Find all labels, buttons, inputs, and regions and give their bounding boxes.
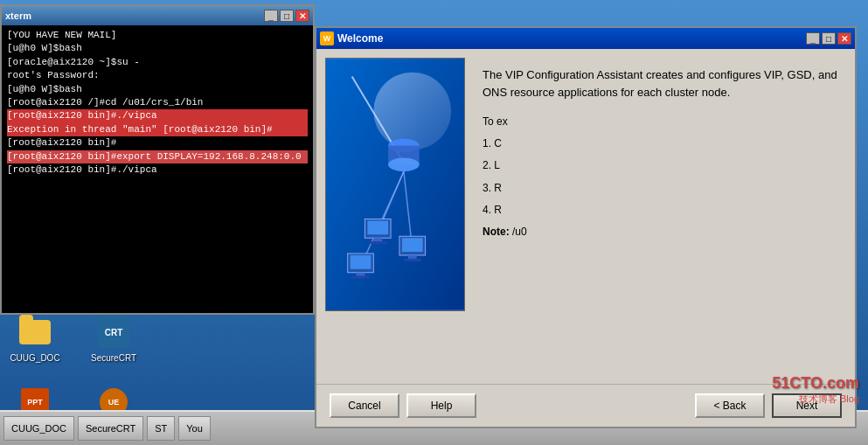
terminal-line-6: [root@aix2120 /]#cd /u01/crs_1/bin (7, 96, 308, 109)
svg-rect-15 (408, 255, 417, 259)
xterm-title: xterm (5, 10, 31, 21)
taskbar-items: CUUG_DOC SecureCRT ST You (0, 412, 214, 445)
taskbar-item-cuug[interactable]: CUUG_DOC (3, 416, 74, 441)
vip-window-controls: _ □ ✕ (806, 32, 851, 45)
terminal-line-2: [u@h0 W]$bash (7, 42, 308, 55)
taskbar-item-securecrt[interactable]: SecureCRT (78, 416, 143, 441)
terminal-line-10: [root@aix2120 bin]#export DISPLAY=192.16… (7, 150, 308, 163)
securecrt-label: SecureCRT (91, 353, 136, 363)
xterm-window: xterm _ □ ✕ [YOU HAVE NEW MAIL] [u@h0 W]… (0, 4, 315, 315)
taskbar-item-cuug-label: CUUG_DOC (11, 423, 66, 434)
vip-dialog-body: The VIP Configuration Assistant creates … (316, 49, 855, 427)
xterm-maximize-button[interactable]: □ (280, 10, 294, 22)
taskbar-item-st[interactable]: ST (147, 416, 175, 441)
terminal-line-7: [root@aix2120 bin]#./vipca (7, 109, 308, 122)
terminal-line-11: [root@aix2120 bin]#./vipca (7, 163, 308, 177)
vip-welcome-dialog: W Welcome _ □ ✕ (315, 26, 857, 428)
svg-rect-20 (352, 276, 370, 279)
desktop-icon-securecrt[interactable]: CRT SecureCRT (87, 315, 140, 363)
vip-note: Note: /u0 (483, 226, 837, 238)
taskbar-item-securecrt-label: SecureCRT (86, 423, 135, 434)
xterm-close-button[interactable]: ✕ (295, 10, 309, 22)
vip-step-2: 2. L (483, 157, 837, 174)
network-visualization-svg (326, 58, 464, 311)
vip-main-content: The VIP Configuration Assistant creates … (316, 49, 855, 384)
terminal-line-4: root's Password: (7, 69, 308, 82)
securecrt-icon: CRT (96, 315, 131, 350)
vip-step-1: 1. C (483, 136, 837, 152)
xterm-window-controls: _ □ ✕ (264, 10, 309, 22)
cuug-doc-icon (17, 315, 52, 350)
watermark: 51CTO.com 技术博客 Blog (772, 374, 859, 406)
svg-point-1 (373, 73, 451, 150)
vip-minimize-button[interactable]: _ (806, 32, 820, 45)
xterm-minimize-button[interactable]: _ (264, 10, 278, 22)
vip-instructions: To ex 1. C 2. L 3. R 4. R (483, 114, 837, 219)
desktop-icon-cuug[interactable]: CUUG_DOC (9, 315, 61, 363)
vip-step-3: 3. R (483, 180, 837, 197)
taskbar-item-you-label: You (186, 423, 203, 434)
help-button[interactable]: Help (406, 393, 476, 418)
watermark-main: 51CTO.com (772, 374, 859, 393)
svg-rect-12 (369, 241, 386, 244)
taskbar-item-you[interactable]: You (178, 416, 211, 441)
vip-left-buttons: Cancel Help (330, 393, 476, 418)
terminal-line-5: [u@h0 W]$bash (7, 83, 308, 96)
vip-note-label: Note: (483, 226, 510, 238)
vip-close-button[interactable]: ✕ (837, 32, 851, 45)
desktop-icons-row1: CUUG_DOC CRT SecureCRT (9, 315, 140, 363)
vip-steps-header: To ex (483, 114, 837, 130)
svg-rect-19 (357, 273, 365, 276)
terminal-line-1: [YOU HAVE NEW MAIL] (7, 29, 308, 42)
xterm-content[interactable]: [YOU HAVE NEW MAIL] [u@h0 W]$bash [oracl… (2, 25, 313, 313)
vip-description: The VIP Configuration Assistant creates … (483, 66, 837, 101)
vip-network-image (325, 58, 465, 311)
svg-point-5 (388, 157, 420, 171)
desktop: xterm _ □ ✕ [YOU HAVE NEW MAIL] [u@h0 W]… (0, 0, 868, 445)
terminal-line-8: Exception in thread "main" [root@aix2120… (7, 123, 308, 136)
watermark-sub: 技术博客 Blog (799, 393, 859, 406)
svg-rect-11 (373, 238, 382, 241)
svg-rect-16 (404, 259, 421, 261)
back-button[interactable]: < Back (695, 393, 765, 418)
cancel-button[interactable]: Cancel (330, 393, 399, 418)
terminal-line-12 (7, 177, 308, 190)
vip-text-content: The VIP Configuration Assistant creates … (474, 58, 846, 375)
vip-title-icon: W (320, 31, 334, 45)
vip-note-text: /u0 (512, 226, 527, 238)
svg-rect-18 (351, 255, 372, 269)
vip-dialog-title: Welcome (337, 32, 383, 45)
cuug-doc-label: CUUG_DOC (10, 353, 59, 363)
svg-rect-14 (402, 238, 423, 252)
vip-maximize-button[interactable]: □ (822, 32, 836, 45)
vip-titlebar: W Welcome _ □ ✕ (316, 28, 855, 49)
terminal-line-9: [root@aix2120 bin]# (7, 136, 308, 149)
vip-step-4: 4. R (483, 202, 837, 219)
xterm-titlebar: xterm _ □ ✕ (2, 6, 313, 25)
vip-title-left: W Welcome (320, 31, 383, 45)
taskbar-item-st-label: ST (155, 423, 167, 434)
terminal-line-3: [oracle@aix2120 ~]$su - (7, 56, 308, 69)
svg-rect-10 (367, 220, 388, 234)
